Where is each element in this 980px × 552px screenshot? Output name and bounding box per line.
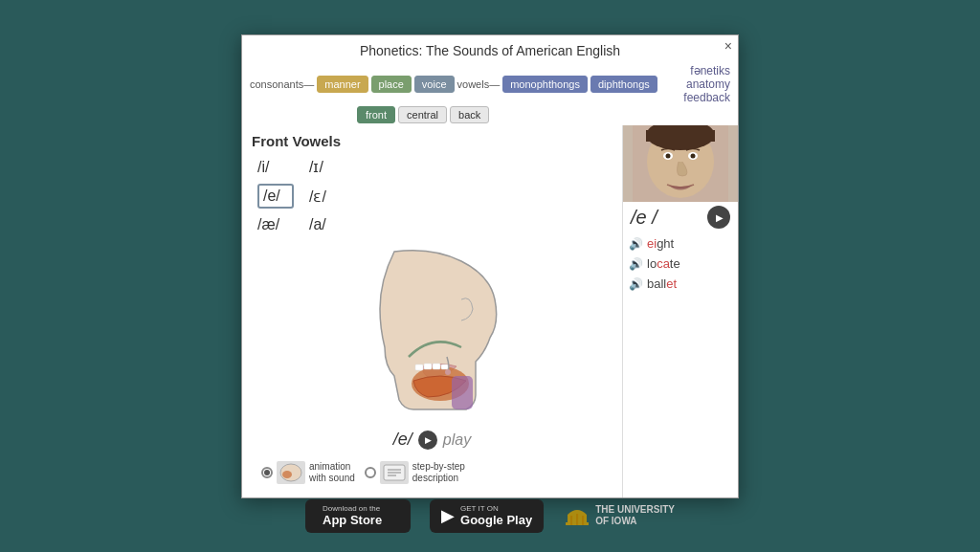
animation-radio[interactable] — [261, 467, 273, 478]
svg-point-8 — [282, 471, 292, 478]
place-button[interactable]: place — [371, 76, 412, 93]
fonetiks-link[interactable]: fənetiks — [690, 64, 730, 77]
animation-option[interactable]: animationwith sound — [261, 461, 355, 484]
google-play-big-text: Google Play — [460, 513, 532, 528]
svg-rect-3 — [415, 364, 423, 370]
svg-rect-4 — [424, 364, 432, 369]
consonants-label: consonants— — [250, 78, 314, 90]
vowel-row-3: /æ/ /a/ — [252, 213, 612, 236]
manner-button[interactable]: manner — [317, 76, 368, 93]
svg-point-1 — [445, 369, 451, 375]
speaker-icon-ballet[interactable]: 🔊 — [629, 277, 643, 291]
phoneme-display: /e / — [623, 202, 738, 232]
anatomy-svg — [337, 242, 528, 424]
play-label: play — [443, 431, 471, 449]
university-logo: THE UNIVERSITY OF IOWA — [563, 501, 675, 530]
svg-rect-5 — [433, 364, 440, 369]
stepbystep-icon — [380, 461, 409, 484]
svg-rect-24 — [576, 514, 578, 525]
word-item-eight: 🔊 eight — [629, 236, 732, 251]
vowel-grid: /i/ /ɪ/ /e/ /ɛ/ /æ/ /a/ — [252, 155, 612, 236]
vowel-a[interactable]: /a/ — [309, 216, 345, 233]
svg-rect-25 — [582, 516, 584, 525]
bottom-options: animationwith sound step-by-stepdescript… — [252, 455, 612, 490]
google-play-text: GET IT ON Google Play — [460, 504, 532, 528]
phoneme-symbol: /e/ — [393, 430, 412, 450]
bottom-bar: Download on the App Store ▶ GET IT ON Go… — [305, 499, 675, 533]
modal-body: Front Vowels /i/ /ɪ/ /e/ /ɛ/ /æ/ /a/ — [242, 125, 738, 497]
vowel-row-2: /e/ /ɛ/ — [252, 181, 612, 211]
vowel-ae[interactable]: /æ/ — [257, 216, 294, 233]
close-button[interactable]: × — [724, 39, 732, 53]
google-play-small-text: GET IT ON — [460, 504, 532, 514]
phoneme-large-symbol: /e / — [631, 207, 657, 229]
phoneme-play-button[interactable] — [707, 206, 730, 229]
google-play-icon: ▶ — [441, 505, 455, 526]
play-audio-button[interactable] — [418, 431, 437, 450]
vowel-epsilon[interactable]: /ɛ/ — [309, 188, 345, 206]
play-area: /e/ play — [252, 424, 612, 455]
stepbystep-radio[interactable] — [365, 467, 376, 478]
vowel-small-i[interactable]: /ɪ/ — [309, 158, 345, 176]
diphthongs-button[interactable]: diphthongs — [590, 76, 657, 93]
university-icon — [563, 501, 591, 530]
stepbystep-label: step-by-stepdescription — [412, 461, 465, 484]
svg-rect-2 — [452, 376, 473, 409]
left-panel: Front Vowels /i/ /ɪ/ /e/ /ɛ/ /æ/ /a/ — [242, 125, 623, 497]
section-title: Front Vowels — [252, 133, 612, 149]
word-locate: locate — [647, 256, 680, 271]
front-button[interactable]: front — [357, 106, 395, 123]
university-text: THE UNIVERSITY OF IOWA — [595, 504, 675, 527]
feedback-link[interactable]: feedback — [683, 91, 730, 104]
svg-point-20 — [691, 154, 696, 159]
svg-rect-23 — [570, 516, 572, 525]
svg-rect-6 — [441, 364, 448, 369]
central-button[interactable]: central — [398, 106, 447, 123]
highlight-et: et — [666, 276, 677, 291]
monophthongs-button[interactable]: monophthongs — [502, 76, 588, 93]
face-image — [623, 125, 738, 202]
svg-rect-16 — [646, 130, 715, 142]
anatomy-link[interactable]: anatomy — [686, 77, 730, 91]
university-line2: OF IOWA — [595, 516, 675, 527]
back-button[interactable]: back — [450, 106, 489, 123]
app-store-badge[interactable]: Download on the App Store — [305, 499, 411, 533]
speaker-icon-locate[interactable]: 🔊 — [629, 257, 643, 271]
app-store-small-text: Download on the — [323, 504, 382, 514]
modal-title: Phonetics: The Sounds of American Englis… — [242, 35, 738, 62]
highlight-ei: ei — [647, 236, 657, 251]
stepbystep-option[interactable]: step-by-stepdescription — [365, 461, 465, 484]
app-store-big-text: App Store — [323, 513, 382, 528]
word-ballet: ballet — [647, 276, 677, 291]
anatomy-diagram — [337, 242, 528, 424]
animation-label: animationwith sound — [309, 461, 355, 484]
word-examples: 🔊 eight 🔊 locate 🔊 ballet — [623, 232, 738, 295]
vowels-label: vowels— — [457, 78, 501, 90]
word-item-locate: 🔊 locate — [629, 256, 732, 271]
modal-window: × Phonetics: The Sounds of American Engl… — [241, 34, 739, 498]
vowel-e-selected[interactable]: /e/ — [257, 184, 294, 209]
highlight-ca: ca — [657, 256, 670, 271]
voice-button[interactable]: voice — [414, 76, 455, 93]
animation-icon — [277, 461, 305, 484]
face-svg — [633, 125, 728, 202]
speaker-icon-eight[interactable]: 🔊 — [629, 237, 643, 251]
vowel-i[interactable]: /i/ — [257, 159, 294, 176]
right-panel: /e / 🔊 eight 🔊 locate — [623, 125, 738, 497]
app-store-text: Download on the App Store — [323, 504, 382, 528]
google-play-badge[interactable]: ▶ GET IT ON Google Play — [430, 499, 544, 533]
svg-point-18 — [666, 154, 671, 159]
university-line1: THE UNIVERSITY — [595, 504, 675, 516]
word-eight: eight — [647, 236, 674, 251]
vowel-row-1: /i/ /ɪ/ — [252, 155, 612, 179]
word-item-ballet: 🔊 ballet — [629, 276, 732, 291]
